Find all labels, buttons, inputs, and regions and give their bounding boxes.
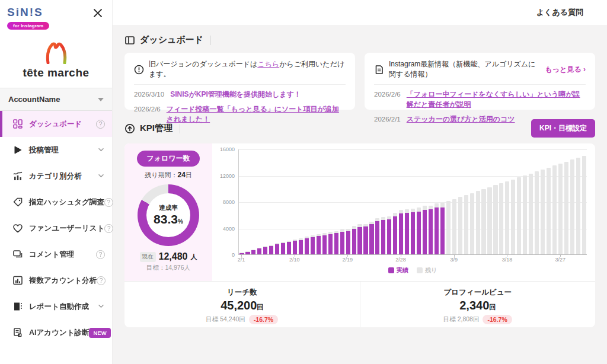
stat-label: リーチ数 bbox=[124, 288, 360, 298]
help-icon[interactable]: ? bbox=[97, 276, 106, 285]
chart-bar bbox=[257, 149, 263, 254]
chart-bar bbox=[528, 149, 534, 254]
sidebar-item-bar-chart[interactable]: 複数アカウント分析? bbox=[0, 267, 112, 293]
announcement-link[interactable]: ステッカーの選び方と活用のコツ bbox=[407, 114, 515, 124]
play-icon bbox=[12, 145, 23, 156]
chart-bar bbox=[410, 149, 416, 254]
announcement-link[interactable]: SINISがKPI管理機能を提供開始します！ bbox=[170, 90, 301, 100]
chart-bar bbox=[309, 149, 315, 254]
topbar: よくある質問 bbox=[113, 0, 607, 25]
stat-delta-badge: -16.7% bbox=[249, 315, 278, 324]
rate-value: 83.3% bbox=[154, 212, 183, 226]
help-icon[interactable]: ? bbox=[104, 198, 113, 207]
chart-bar bbox=[239, 149, 245, 254]
chart-bar bbox=[499, 149, 504, 254]
sidebar-item-comment[interactable]: コメント管理? bbox=[0, 241, 112, 267]
chart-bar bbox=[510, 149, 516, 254]
chart-bar bbox=[292, 149, 298, 254]
sidebar-item-heart[interactable]: ファンユーザーリスト? bbox=[0, 215, 112, 241]
chart-bar bbox=[304, 149, 309, 254]
sidebar-item-play[interactable]: 投稿管理 bbox=[0, 137, 112, 163]
follower-kpi-panel: フォロワー数 残り期間：24日 達成率 83.3% bbox=[124, 143, 212, 281]
old-version-message: 旧バージョンのダッシュボードはこちらからご利用いただけます。 bbox=[149, 59, 346, 79]
sidebar-menu: ダッシュボード?投稿管理カテゴリ別分析指定ハッシュタグ調査?ファンユーザーリスト… bbox=[0, 111, 112, 346]
sidebar-item-label: コメント管理 bbox=[29, 250, 96, 260]
chart-bar bbox=[280, 149, 286, 254]
chart-bar bbox=[351, 149, 357, 254]
chart-plot bbox=[238, 149, 587, 255]
sidebar-item-label: カテゴリ別分析 bbox=[29, 171, 98, 181]
comment-icon bbox=[12, 249, 23, 260]
old-version-link[interactable]: こちら bbox=[257, 60, 279, 68]
kpi-settings-button[interactable]: KPI・目標設定 bbox=[531, 119, 595, 138]
chart-bar bbox=[321, 149, 327, 254]
y-axis-labels: 0400080001200016000 bbox=[216, 149, 238, 255]
divider bbox=[210, 36, 211, 45]
follower-badge: フォロワー数 bbox=[137, 151, 199, 167]
chart-bar bbox=[546, 149, 552, 254]
announcement-date: 2026/2/6 bbox=[134, 106, 161, 113]
sidebar-item-label: レポート自動作成 bbox=[29, 302, 98, 312]
kpi-stat-profile-views: プロフィールビュー2,340回目標 2,808回-16.7% bbox=[360, 282, 596, 327]
announcement-link[interactable]: 「フォロー中フィードをなくすらしい」という噂が誤解だと責任者が説明 bbox=[407, 90, 586, 110]
help-icon[interactable]: ? bbox=[96, 250, 105, 259]
chart-bar bbox=[298, 149, 304, 254]
help-icon[interactable]: ? bbox=[96, 120, 105, 129]
y-tick-label: 8000 bbox=[223, 199, 235, 205]
sidebar-item-tag[interactable]: 指定ハッシュタグ調査? bbox=[0, 189, 112, 215]
kpi-target-icon bbox=[124, 123, 135, 134]
stat-label: プロフィールビュー bbox=[360, 288, 596, 298]
y-tick-label: 4000 bbox=[223, 226, 235, 232]
sidebar-item-chart-trend[interactable]: カテゴリ別分析 bbox=[0, 163, 112, 189]
chart-bar bbox=[416, 149, 422, 254]
chart-bar bbox=[487, 149, 493, 254]
sidebar-item-label: AIアカウント診断 bbox=[29, 328, 89, 338]
old-version-notice-card: 旧バージョンのダッシュボードはこちらからご利用いただけます。 2026/3/10… bbox=[124, 53, 355, 110]
close-icon[interactable] bbox=[92, 7, 104, 19]
instagram-news-title: Instagram最新情報（新機能、アルゴリズムに関する情報） bbox=[389, 59, 541, 79]
y-tick-label: 12000 bbox=[220, 173, 235, 179]
account-brand-name: tête marche bbox=[0, 66, 112, 79]
x-tick-label: 2/10 bbox=[289, 257, 300, 263]
announcement-item: 2026/3/10SINISがKPI管理機能を提供開始します！ bbox=[134, 90, 346, 100]
chart-bar bbox=[269, 149, 274, 254]
x-tick-label: 2/28 bbox=[395, 257, 406, 263]
chart-bar bbox=[363, 149, 369, 254]
achievement-donut-chart: 達成率 83.3% bbox=[138, 184, 199, 246]
sidebar: SiN!S for Instagram tête marche AccountN… bbox=[0, 0, 113, 364]
help-icon[interactable]: ? bbox=[104, 224, 113, 233]
stat-delta-badge: -16.7% bbox=[483, 315, 512, 324]
divider bbox=[180, 124, 180, 133]
chart-bar bbox=[274, 149, 280, 254]
bar-chart-icon bbox=[12, 275, 23, 286]
kpi-bar-chart: 0400080001200016000 2/12/102/192/283/93/… bbox=[212, 143, 595, 281]
announcement-date: 2026/3/10 bbox=[134, 91, 164, 98]
dashboard-panel-icon bbox=[124, 35, 135, 46]
x-tick-label: 3/18 bbox=[502, 257, 513, 263]
sidebar-item-ai-doc[interactable]: AIアカウント診断NEW bbox=[0, 320, 112, 346]
chart-bar bbox=[581, 149, 587, 254]
tag-icon bbox=[12, 197, 23, 208]
sidebar-item-label: ダッシュボード bbox=[29, 119, 96, 129]
kpi-section-title: KPI管理 bbox=[140, 123, 172, 134]
page-title: ダッシュボード bbox=[140, 34, 203, 46]
chart-bar bbox=[534, 149, 540, 254]
kpi-stat-reach: リーチ数45,200回目標 54,240回-16.7% bbox=[124, 282, 360, 327]
x-tick-label: 3/9 bbox=[450, 257, 458, 263]
sidebar-item-dashboard[interactable]: ダッシュボード? bbox=[0, 111, 112, 137]
faq-link[interactable]: よくある質問 bbox=[536, 7, 583, 18]
stat-value: 2,340回 bbox=[360, 299, 596, 312]
remaining-period: 残り期間：24日 bbox=[129, 171, 207, 180]
chart-bar bbox=[552, 149, 558, 254]
chart-bar bbox=[557, 149, 563, 254]
chart-bar bbox=[563, 149, 569, 254]
heart-icon bbox=[12, 223, 23, 234]
new-badge: NEW bbox=[89, 328, 110, 338]
announcement-link[interactable]: フィード投稿一覧「もっと見る」にソート項目が追加されました！ bbox=[167, 104, 346, 124]
chevron-down-icon bbox=[98, 145, 105, 155]
account-selector[interactable]: AccountName bbox=[0, 88, 112, 111]
see-more-link[interactable]: もっと見る › bbox=[545, 65, 586, 75]
alert-icon bbox=[134, 65, 144, 75]
sidebar-item-report[interactable]: レポート自動作成 bbox=[0, 293, 112, 320]
content: ダッシュボード 旧バージョンのダッシュボードはこちらからご利用いただけます。 2… bbox=[113, 25, 607, 364]
